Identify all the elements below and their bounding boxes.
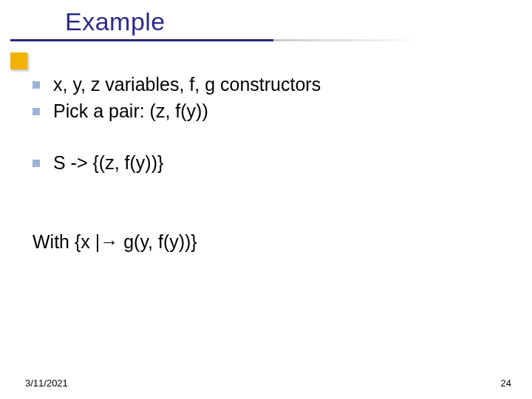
bullet-text: S -> {(z, f(y))}	[53, 151, 510, 176]
footer-page-number: 24	[501, 378, 511, 389]
title-bar: Example	[0, 7, 532, 41]
bullet-item: Pick a pair: (z, f(y))	[33, 99, 510, 124]
title-underline	[10, 39, 273, 41]
bullet-text: Pick a pair: (z, f(y))	[53, 99, 510, 124]
footer: 3/11/2021 24	[25, 378, 511, 389]
square-bullet-icon	[33, 108, 40, 115]
bullet-item: x, y, z variables, f, g constructors	[33, 72, 510, 98]
with-line: With {x |→ g(y, f(y))}	[33, 230, 510, 255]
slide-body: x, y, z variables, f, g constructors Pic…	[33, 72, 510, 255]
bullet-text: x, y, z variables, f, g constructors	[53, 72, 510, 98]
square-bullet-icon	[33, 81, 40, 89]
square-bullet-icon	[33, 160, 40, 167]
bullet-item: S -> {(z, f(y))}	[33, 151, 510, 176]
accent-square	[10, 52, 27, 69]
footer-date: 3/11/2021	[25, 378, 68, 389]
slide-title: Example	[0, 7, 532, 36]
